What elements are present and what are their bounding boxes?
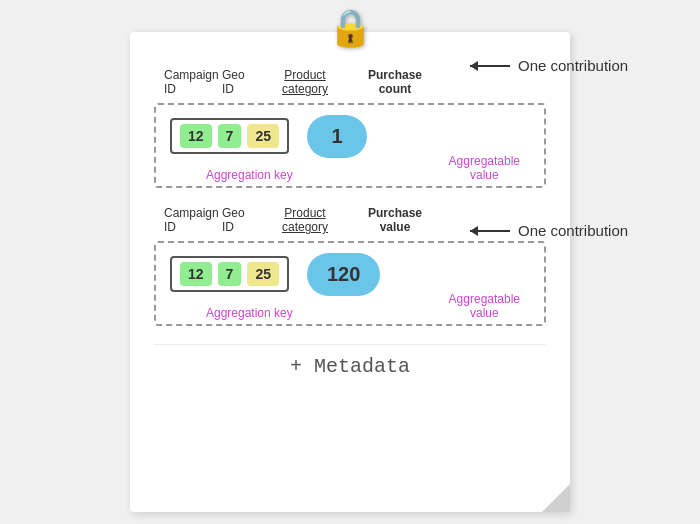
contribution-label-1: One contribution: [470, 57, 628, 74]
contribution-text-1: One contribution: [518, 57, 628, 74]
cell-product-2: 25: [247, 262, 279, 286]
metadata-label: + Metadata: [154, 344, 546, 378]
agg-key-label-2: Aggregation key: [206, 306, 293, 320]
arrow-line-1: [470, 65, 510, 67]
agg-key-label-1: Aggregation key: [206, 168, 293, 182]
col-header-campaign-2: CampaignID: [164, 206, 216, 235]
col-header-geo-1: GeoID: [222, 68, 266, 97]
key-cells-1: 12 7 25: [170, 118, 289, 154]
key-cells-2: 12 7 25: [170, 256, 289, 292]
cell-campaign-1: 12: [180, 124, 212, 148]
cell-geo-1: 7: [218, 124, 242, 148]
cell-geo-2: 7: [218, 262, 242, 286]
col-header-geo-2: GeoID: [222, 206, 266, 235]
right-labels: One contribution One contribution: [470, 57, 628, 239]
cell-product-1: 25: [247, 124, 279, 148]
agg-value-wrapper-2: 120: [307, 253, 380, 296]
col-header-purchase-1: Purchasecount: [360, 68, 430, 97]
col-header-purchase-2: Purchasevalue: [360, 206, 430, 235]
col-header-campaign-1: CampaignID: [164, 68, 216, 97]
col-header-product-1: Product category: [270, 68, 340, 97]
col-header-product-2: Productcategory: [270, 206, 340, 235]
agg-value-label-2: Aggregatablevalue: [449, 292, 520, 320]
contribution-label-2: One contribution: [470, 222, 628, 239]
dashed-box-2: 12 7 25 120 Aggregation key Aggregatable…: [154, 241, 546, 326]
agg-value-wrapper-1: 1: [307, 115, 367, 158]
contribution-text-2: One contribution: [518, 222, 628, 239]
agg-oval-2: 120: [307, 253, 380, 296]
arrow-line-2: [470, 230, 510, 232]
agg-oval-1: 1: [307, 115, 367, 158]
scene: 🔒 CampaignID GeoID Product category Purc…: [10, 7, 690, 517]
cell-campaign-2: 12: [180, 262, 212, 286]
lock-icon: 🔒: [328, 7, 373, 49]
